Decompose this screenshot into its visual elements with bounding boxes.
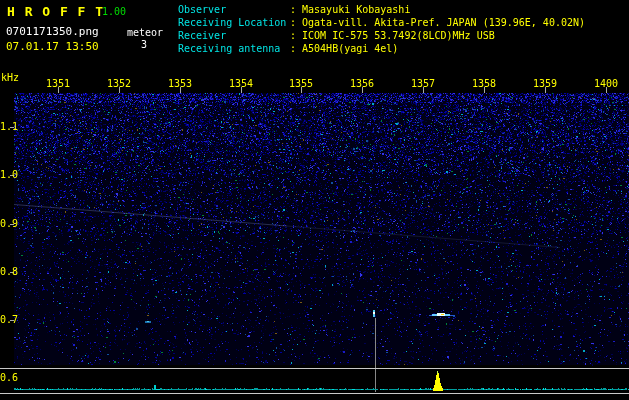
info-row-observer: Observer : Masayuki Kobayashi bbox=[178, 3, 585, 16]
version-label: 1.00 bbox=[102, 6, 126, 17]
info-label: Receiving Location bbox=[178, 16, 290, 29]
time-label: 1356 bbox=[342, 78, 382, 89]
info-value: : ICOM IC-575 53.7492(8LCD)MHz USB bbox=[290, 29, 495, 42]
info-row-receiver: Receiver : ICOM IC-575 53.7492(8LCD)MHz … bbox=[178, 29, 585, 42]
time-label: 1358 bbox=[464, 78, 504, 89]
info-value: : Masayuki Kobayashi bbox=[290, 3, 410, 16]
time-label: 1355 bbox=[281, 78, 321, 89]
time-label: 1351 bbox=[38, 78, 78, 89]
app-title: H R O F F T bbox=[7, 4, 104, 19]
hrofft-window: H R O F F T 1.00 0701171350.png meteor 3… bbox=[0, 0, 629, 400]
freq-label: 0.8 bbox=[0, 266, 18, 277]
freq-label: 0.9 bbox=[0, 218, 18, 229]
output-filename: 0701171350.png bbox=[6, 25, 99, 38]
time-label: 1359 bbox=[525, 78, 565, 89]
freq-label: 0.6 bbox=[0, 372, 18, 383]
freq-label: 0.7 bbox=[0, 314, 18, 325]
time-label: 1357 bbox=[403, 78, 443, 89]
freq-unit-label: kHz bbox=[1, 72, 19, 83]
info-value: : A504HB(yagi 4el) bbox=[290, 42, 398, 55]
info-label: Observer bbox=[178, 3, 290, 16]
info-row-antenna: Receiving antenna : A504HB(yagi 4el) bbox=[178, 42, 585, 55]
time-label: 1353 bbox=[160, 78, 200, 89]
datetime-label: 07.01.17 13:50 bbox=[6, 40, 99, 53]
info-row-location: Receiving Location : Ogata-vill. Akita-P… bbox=[178, 16, 585, 29]
mode-label: meteor bbox=[127, 27, 163, 38]
freq-label: 1.1 bbox=[0, 121, 18, 132]
time-label: 1400 bbox=[586, 78, 626, 89]
meteor-count: 3 bbox=[141, 39, 147, 50]
time-label: 1352 bbox=[99, 78, 139, 89]
spectrogram-canvas bbox=[0, 0, 629, 400]
info-label: Receiving antenna bbox=[178, 42, 290, 55]
station-info: Observer : Masayuki Kobayashi Receiving … bbox=[178, 3, 585, 55]
freq-label: 1.0 bbox=[0, 169, 18, 180]
info-value: : Ogata-vill. Akita-Pref. JAPAN (139.96E… bbox=[290, 16, 585, 29]
time-label: 1354 bbox=[221, 78, 261, 89]
info-label: Receiver bbox=[178, 29, 290, 42]
